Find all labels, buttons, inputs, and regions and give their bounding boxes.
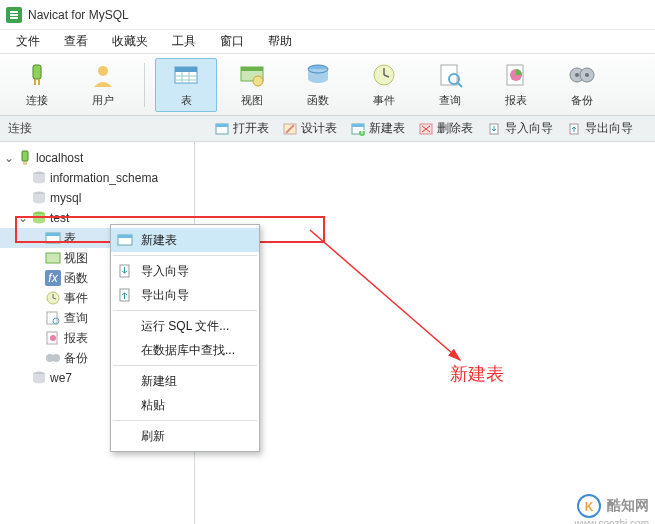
toolbar: 连接 用户 表 视图 函数 事件 查询 报表 备份	[0, 54, 655, 116]
svg-rect-50	[46, 233, 60, 236]
import-icon	[117, 263, 133, 279]
report-icon	[502, 61, 530, 89]
sub-design-table[interactable]: 设计表	[283, 120, 337, 137]
svg-rect-9	[175, 67, 197, 72]
menu-file[interactable]: 文件	[4, 31, 52, 52]
table-icon	[172, 61, 200, 89]
connection-label: 连接	[0, 120, 195, 137]
svg-point-16	[253, 76, 263, 86]
main-area: ⌄ localhost ·information_schema ·mysql ⌄…	[0, 142, 655, 524]
svg-rect-43	[22, 151, 28, 161]
svg-rect-32	[216, 124, 228, 127]
ctx-run-sql[interactable]: 运行 SQL 文件...	[111, 314, 259, 338]
new-table-icon: +	[351, 122, 365, 136]
menu-separator	[113, 365, 257, 366]
svg-rect-1	[10, 11, 18, 13]
svg-rect-4	[33, 65, 41, 79]
toolbar-function[interactable]: 函数	[287, 58, 349, 112]
collapse-icon[interactable]: ⌄	[18, 213, 28, 223]
function-icon	[304, 61, 332, 89]
svg-rect-15	[241, 67, 263, 71]
watermark-logo-icon: K	[577, 494, 601, 518]
database-icon	[31, 190, 47, 206]
query-icon	[45, 310, 61, 326]
tree-host[interactable]: ⌄ localhost	[0, 148, 194, 168]
database-icon	[31, 170, 47, 186]
svg-point-62	[52, 354, 60, 362]
sub-import[interactable]: 导入向导	[487, 120, 553, 137]
svg-rect-51	[46, 253, 60, 263]
server-icon	[17, 150, 33, 166]
new-table-icon	[117, 232, 133, 248]
toolbar-backup[interactable]: 备份	[551, 58, 613, 112]
database-icon	[31, 370, 47, 386]
sub-new-table[interactable]: +新建表	[351, 120, 405, 137]
import-icon	[487, 122, 501, 136]
annotation-label: 新建表	[450, 362, 504, 386]
table-icon	[45, 230, 61, 246]
menu-separator	[113, 420, 257, 421]
menu-favorites[interactable]: 收藏夹	[100, 31, 160, 52]
svg-rect-66	[118, 235, 132, 238]
report-icon	[45, 330, 61, 346]
design-icon	[283, 122, 297, 136]
menu-help[interactable]: 帮助	[256, 31, 304, 52]
clock-icon	[45, 290, 61, 306]
ctx-new-table[interactable]: 新建表	[111, 228, 259, 252]
toolbar-view[interactable]: 视图	[221, 58, 283, 112]
svg-point-29	[575, 73, 579, 77]
toolbar-separator	[144, 63, 145, 107]
ctx-import[interactable]: 导入向导	[111, 259, 259, 283]
watermark: K 酷知网 www.coozhi.com	[577, 494, 649, 518]
clock-icon	[370, 61, 398, 89]
toolbar-table[interactable]: 表	[155, 58, 217, 112]
context-menu: 新建表 导入向导 导出向导 运行 SQL 文件... 在数据库中查找... 新建…	[110, 224, 260, 452]
table-small-icon	[215, 122, 229, 136]
menubar: 文件 查看 收藏夹 工具 窗口 帮助	[0, 30, 655, 54]
ctx-new-group[interactable]: 新建组	[111, 369, 259, 393]
toolbar-event[interactable]: 事件	[353, 58, 415, 112]
toolbar-report[interactable]: 报表	[485, 58, 547, 112]
backup-icon	[45, 350, 61, 366]
view-icon	[45, 250, 61, 266]
svg-point-30	[585, 73, 589, 77]
menu-separator	[113, 255, 257, 256]
view-icon	[238, 61, 266, 89]
svg-point-60	[50, 335, 56, 341]
svg-text:+: +	[358, 124, 365, 136]
ctx-refresh[interactable]: 刷新	[111, 424, 259, 448]
tree-db-info[interactable]: ·information_schema	[0, 168, 194, 188]
tree-db-mysql[interactable]: ·mysql	[0, 188, 194, 208]
svg-rect-3	[10, 17, 18, 19]
ctx-find-in-db[interactable]: 在数据库中查找...	[111, 338, 259, 362]
toolbar-connection[interactable]: 连接	[6, 58, 68, 112]
menu-window[interactable]: 窗口	[208, 31, 256, 52]
app-logo-icon	[6, 7, 22, 23]
sub-delete-table[interactable]: 删除表	[419, 120, 473, 137]
database-open-icon	[31, 210, 47, 226]
export-icon	[117, 287, 133, 303]
svg-point-7	[98, 66, 108, 76]
sub-export[interactable]: 导出向导	[567, 120, 633, 137]
content-pane	[195, 142, 655, 524]
sub-toolbar: 连接 打开表 设计表 +新建表 删除表 导入向导 导出向导	[0, 116, 655, 142]
collapse-icon[interactable]: ⌄	[4, 153, 14, 163]
ctx-paste[interactable]: 粘贴	[111, 393, 259, 417]
toolbar-user[interactable]: 用户	[72, 58, 134, 112]
svg-text:K: K	[585, 500, 594, 514]
menu-view[interactable]: 查看	[52, 31, 100, 52]
sub-open-table[interactable]: 打开表	[215, 120, 269, 137]
query-icon	[436, 61, 464, 89]
fx-icon: fx	[45, 270, 61, 286]
backup-icon	[568, 61, 596, 89]
menu-tools[interactable]: 工具	[160, 31, 208, 52]
menu-separator	[113, 310, 257, 311]
export-icon	[567, 122, 581, 136]
toolbar-query[interactable]: 查询	[419, 58, 481, 112]
window-title: Navicat for MySQL	[28, 8, 129, 22]
titlebar: Navicat for MySQL	[0, 0, 655, 30]
svg-line-24	[458, 83, 462, 87]
ctx-export[interactable]: 导出向导	[111, 283, 259, 307]
user-icon	[89, 61, 117, 89]
svg-text:fx: fx	[48, 271, 58, 285]
